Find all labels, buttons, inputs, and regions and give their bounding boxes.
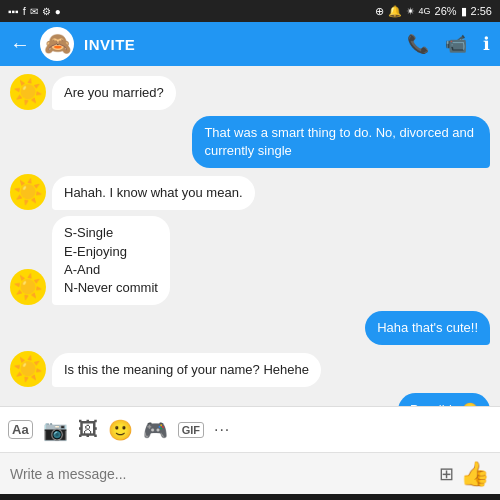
status-bar-right: ⊕ 🔔 ✴ 4G 26% ▮ 2:56 (375, 5, 492, 18)
msg-icon: ✉ (30, 6, 38, 17)
message-row: ☀️ Is this the meaning of your name? Heh… (10, 351, 490, 387)
signal-icon: ▪▪▪ (8, 6, 19, 17)
status-bar-left: ▪▪▪ f ✉ ⚙ ● (8, 5, 61, 17)
avatar: ☀️ (10, 351, 46, 387)
battery-icon: ▮ (461, 5, 467, 18)
fb-icon: f (23, 5, 26, 17)
location-icon: ⊕ (375, 5, 384, 18)
input-row: ⊞ 👍 (0, 452, 500, 494)
like-send-button[interactable]: 👍 (460, 460, 490, 488)
bubble-received: Are you married? (52, 76, 176, 110)
battery-percent: 26% (435, 5, 457, 17)
aa-button[interactable]: Aa (8, 420, 33, 439)
bubble-received: S-Single E-Enjoying A-And N-Never commit (52, 216, 170, 305)
bottom-nav: ◁ ○ □ ▽ (0, 494, 500, 500)
message-row: ☀️ Hahah. I know what you mean. (10, 174, 490, 210)
bluetooth-icon: ✴ (406, 5, 415, 18)
status-bar: ▪▪▪ f ✉ ⚙ ● ⊕ 🔔 ✴ 4G 26% ▮ 2:56 (0, 0, 500, 22)
nav-bar: ← 🙈 INVITE 📞 📹 ℹ (0, 22, 500, 66)
video-button[interactable]: 📹 (445, 33, 467, 55)
game-button[interactable]: 🎮 (143, 418, 168, 442)
settings-icon: ⚙ (42, 6, 51, 17)
input-extras: ⊞ 👍 (439, 460, 490, 488)
nav-actions: 📞 📹 ℹ (407, 33, 490, 55)
message-row: Haha that's cute!! (10, 311, 490, 345)
message-row: Possibly 😄 (10, 393, 490, 406)
sticker-button[interactable]: 🙂 (108, 418, 133, 442)
info-button[interactable]: ℹ (483, 33, 490, 55)
sticker-grid-icon[interactable]: ⊞ (439, 463, 454, 485)
back-button[interactable]: ← (10, 33, 30, 56)
more-button[interactable]: ··· (214, 421, 230, 439)
avatar: ☀️ (10, 74, 46, 110)
network-icon: 4G (419, 6, 431, 16)
bubble-sent: That was a smart thing to do. No, divorc… (192, 116, 490, 168)
chat-area: ☀️ Are you married? That was a smart thi… (0, 66, 500, 406)
time-display: 2:56 (471, 5, 492, 17)
bubble-received: Is this the meaning of your name? Hehehe (52, 353, 321, 387)
gif-button[interactable]: GIF (178, 422, 204, 438)
nav-title: INVITE (84, 36, 397, 53)
bottom-toolbar: Aa 📷 🖼 🙂 🎮 GIF ··· (0, 406, 500, 452)
volume-icon: 🔔 (388, 5, 402, 18)
call-button[interactable]: 📞 (407, 33, 429, 55)
bubble-sent: Haha that's cute!! (365, 311, 490, 345)
dot-icon: ● (55, 6, 61, 17)
camera-button[interactable]: 📷 (43, 418, 68, 442)
message-row: ☀️ Are you married? (10, 74, 490, 110)
message-row: ☀️ S-Single E-Enjoying A-And N-Never com… (10, 216, 490, 305)
bubble-sent: Possibly 😄 (398, 393, 490, 406)
avatar: ☀️ (10, 174, 46, 210)
contact-avatar: 🙈 (40, 27, 74, 61)
avatar: ☀️ (10, 269, 46, 305)
bubble-received: Hahah. I know what you mean. (52, 176, 255, 210)
message-row: That was a smart thing to do. No, divorc… (10, 116, 490, 168)
image-button[interactable]: 🖼 (78, 418, 98, 441)
message-input[interactable] (10, 466, 429, 482)
